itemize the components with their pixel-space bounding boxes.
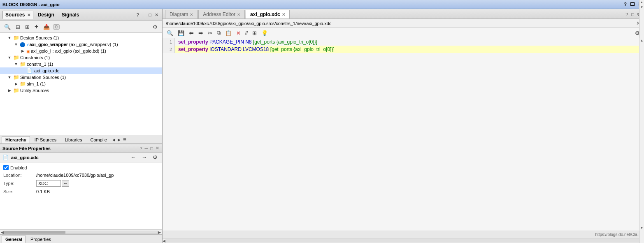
tab-hierarchy[interactable]: Hierarchy xyxy=(2,136,30,143)
expand-button[interactable]: ⊞ xyxy=(23,23,31,31)
submodule-icon: ▣ xyxy=(26,49,30,53)
left-panel: Sources ✕ Design Signals ? ─ □ ✕ xyxy=(0,9,163,243)
editor-paste-btn[interactable]: 📋 xyxy=(223,29,233,37)
props-horiz-scrollbar[interactable]: ◀ ▶ xyxy=(0,229,162,234)
editor-comment-btn[interactable]: // xyxy=(244,30,249,36)
tree-sim1[interactable]: ▶ 📁 sim_1 (1) xyxy=(0,81,162,87)
editor-back-btn[interactable]: ⬅ xyxy=(187,29,195,37)
editor-vscrollbar[interactable]: ▲ ▼ xyxy=(639,38,644,231)
expand-utility[interactable]: ▶ xyxy=(7,88,12,93)
tab-signals[interactable]: Signals xyxy=(59,11,82,19)
props-settings-btn[interactable]: ⚙ xyxy=(151,153,159,161)
help-icon[interactable]: ? xyxy=(624,2,627,7)
size-label: Size: xyxy=(3,189,36,194)
expand-sim1[interactable]: ▶ xyxy=(13,81,19,87)
size-value: 0.1 KB xyxy=(36,189,50,194)
props-restore-icon[interactable]: □ xyxy=(150,146,153,151)
tab-general[interactable]: General xyxy=(2,236,26,243)
code-editor[interactable]: 1 set_property PACKAGE_PIN N8 [get_ports… xyxy=(163,38,639,231)
tab-xdc-close[interactable]: ✕ xyxy=(282,12,285,17)
editor-hscrollbar[interactable]: ◀ ▶ xyxy=(163,238,644,243)
panel-help-icon[interactable]: ? xyxy=(135,12,139,18)
tab-menu-icon[interactable]: ☰ xyxy=(122,137,127,143)
tab-address-editor[interactable]: Address Editor ✕ xyxy=(198,10,245,19)
props-close-icon[interactable]: ✕ xyxy=(156,146,159,151)
tree-xdc-file[interactable]: ▶ 📄 axi_gpio.xdc xyxy=(0,67,162,74)
horiz-track[interactable] xyxy=(4,231,158,234)
tree-wrapper[interactable]: ▼ ⬤ v axi_gpio_wrapper (axi_gpio_wrapper… xyxy=(0,41,162,48)
restore-icon[interactable]: 🗖 xyxy=(630,2,635,7)
tab-xdc[interactable]: axi_gpio.xdc ✕ xyxy=(246,10,290,19)
tab-next-arrow[interactable]: ▶ xyxy=(117,137,121,143)
tab-sources-close[interactable]: ✕ xyxy=(27,13,30,17)
expand-constrs1[interactable]: ▼ xyxy=(13,61,19,67)
panel-close-icon[interactable]: ✕ xyxy=(154,12,159,18)
horiz-left-arrow[interactable]: ◀ xyxy=(1,230,4,234)
collapse-button[interactable]: ⊟ xyxy=(14,23,22,31)
source-bottom-tabs: Hierarchy IP Sources Libraries Compile ◀… xyxy=(0,135,162,143)
panel-minimize-icon[interactable]: ─ xyxy=(142,12,146,18)
file-tree: ▼ 📁 Design Sources (1) ▼ ⬤ v axi_gpio_wr… xyxy=(0,33,162,135)
expand-gpio-i[interactable]: ▶ xyxy=(20,48,26,54)
tab-sources[interactable]: Sources ✕ xyxy=(2,11,33,19)
editor-search-btn[interactable]: 🔍 xyxy=(165,29,175,37)
editor-copy-btn[interactable]: ⧉ xyxy=(215,29,222,37)
tab-compile[interactable]: Compile xyxy=(87,136,111,143)
expand-design-sources[interactable]: ▼ xyxy=(7,35,12,41)
tab-diagram-label: Diagram xyxy=(170,12,188,17)
editor-status-text: https://blogs.do.net/Cla... xyxy=(595,232,641,237)
search-button[interactable]: 🔍 xyxy=(2,23,12,31)
horiz-right-arrow[interactable]: ▶ xyxy=(158,230,161,234)
tab-properties[interactable]: Properties xyxy=(27,236,55,243)
enabled-checkbox[interactable] xyxy=(3,165,9,170)
tab-diagram-close: ✕ xyxy=(190,12,193,17)
module-icon: ⬤ xyxy=(20,42,25,47)
tab-prev-arrow[interactable]: ◀ xyxy=(112,137,116,143)
editor-forward-btn[interactable]: ➡ xyxy=(197,29,205,37)
props-min-icon[interactable]: ─ xyxy=(145,146,148,151)
settings-button[interactable]: ⚙ xyxy=(151,23,159,31)
expand-sim[interactable]: ▼ xyxy=(7,74,12,80)
hscroll-left[interactable]: ◀ xyxy=(163,239,165,243)
expand-wrapper[interactable]: ▼ xyxy=(13,42,19,47)
props-forward-btn[interactable]: → xyxy=(140,153,149,161)
tree-constraints[interactable]: ▼ 📁 Constraints (1) xyxy=(0,54,162,61)
editor-format-btn[interactable]: ⊞ xyxy=(251,29,258,37)
editor-help-icon[interactable]: ? xyxy=(625,12,629,17)
tree-design-sources[interactable]: ▼ 📁 Design Sources (1) xyxy=(0,35,162,41)
editor-save-btn[interactable]: 💾 xyxy=(176,29,186,37)
tree-sim-sources[interactable]: ▼ 📁 Simulation Sources (1) xyxy=(0,74,162,81)
hscroll-track[interactable] xyxy=(165,239,641,243)
import-button[interactable]: 📥 xyxy=(42,23,51,31)
add-button[interactable]: + xyxy=(33,22,40,31)
tab-design[interactable]: Design xyxy=(35,11,57,19)
props-content: Enabled Location: /home/claude1009/xc703… xyxy=(0,162,162,229)
folder-constraints-icon: 📁 xyxy=(13,55,19,60)
type-input[interactable] xyxy=(36,180,61,187)
expand-constraints[interactable]: ▼ xyxy=(7,55,12,60)
tab-ip-sources[interactable]: IP Sources xyxy=(31,136,60,143)
tree-utility[interactable]: ▶ 📁 Utility Sources xyxy=(0,87,162,94)
main-layout: Sources ✕ Design Signals ? ─ □ ✕ xyxy=(0,9,644,243)
vscroll-down[interactable]: ▼ xyxy=(639,226,644,231)
editor-restore-icon[interactable]: □ xyxy=(630,12,635,17)
vscroll-up[interactable]: ▲ xyxy=(639,38,644,43)
editor-hint-btn[interactable]: 💡 xyxy=(260,29,270,37)
editor-delete-btn[interactable]: ✕ xyxy=(235,29,242,37)
browse-button[interactable]: ··· xyxy=(62,181,69,187)
editor-cut-btn[interactable]: ✂ xyxy=(206,29,214,37)
line-num-2: 2 xyxy=(163,46,175,53)
file-path: /home/claude1009/xc7030/gpio/axi_gpio/ax… xyxy=(166,21,331,26)
line-content-1[interactable]: set_property PACKAGE_PIN N8 [get_ports {… xyxy=(175,38,321,46)
props-help-icon[interactable]: ? xyxy=(139,146,142,151)
props-type-row: Type: ··· xyxy=(3,180,158,187)
props-back-btn[interactable]: ← xyxy=(129,153,137,161)
tree-gpio-i[interactable]: ▶ ▣ axi_gpio_i : axi_gpio (axi_gpio.bd) … xyxy=(0,48,162,54)
tab-libraries[interactable]: Libraries xyxy=(61,136,86,143)
tab-diagram[interactable]: Diagram ✕ xyxy=(165,10,198,19)
right-panel: Diagram ✕ Address Editor ✕ axi_gpio.xdc … xyxy=(163,9,644,243)
panel-restore-icon[interactable]: □ xyxy=(148,12,152,18)
tree-constrs1[interactable]: ▼ 📁 constrs_1 (1) xyxy=(0,61,162,67)
location-label: Location: xyxy=(3,173,36,178)
line-content-2[interactable]: set_property IOSTANDARD LVCMOS18 [get_po… xyxy=(175,46,338,53)
